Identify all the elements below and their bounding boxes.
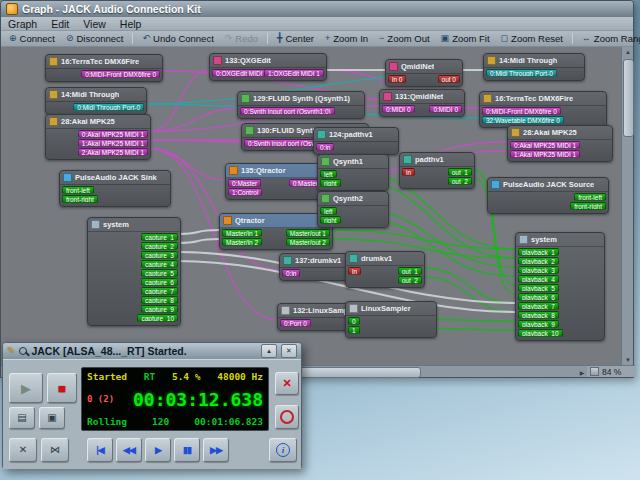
stop-button[interactable]: ■ [47,373,77,403]
vertical-scrollbar[interactable]: ▲ ▼ [621,47,633,365]
graph-port-0-midi-0[interactable]: 0:MIDI 0 [429,105,462,113]
graph-port-playback-10[interactable]: playback_10 [518,329,563,337]
graph-port-out-1[interactable]: out_1 [448,168,472,176]
graph-port-master-out-2[interactable]: Master/out 2 [286,238,330,246]
graph-node-133-qxgedit[interactable]: 133:QXGEdit0:QXGEdit MIDI 11:QXGEdit MID… [209,53,327,81]
power-button[interactable] [275,405,299,429]
graph-node-linuxsampler[interactable]: LinuxSampler01 [345,301,437,338]
graph-port-playback-9[interactable]: playback_9 [518,320,559,328]
graph-port-0-midi-front-dmx6fire-0[interactable]: 0:MIDI-Front DMX6fire 0 [81,70,160,78]
toolbar-button-zoom-in[interactable]: +Zoom In [320,32,373,46]
graph-port-playback-6[interactable]: playback_6 [518,293,559,301]
graph-port-master-out-1[interactable]: Master/out 1 [286,229,330,237]
transport-rewind-button[interactable]: ◀◀ [116,438,142,462]
shade-button[interactable]: ▴ [261,344,277,358]
toolbar-button-disconnect[interactable]: ⊘Disconnect [61,32,129,46]
menu-view[interactable]: View [76,18,113,30]
graph-port-1-qxgedit-midi-1[interactable]: 1:QXGEdit MIDI 1 [264,69,324,77]
graph-node-14-midi-through[interactable]: 14:Midi Through0:Midi Through Port-0 [45,87,147,115]
graph-port-1[interactable]: 1 [348,326,360,334]
toolbar-button-center[interactable]: ╋Center [272,32,319,46]
graph-node-pulseaudio-jack-source[interactable]: PulseAudio JACK Sourcefront-leftfront-ri… [487,177,609,214]
graph-node-qsynth1[interactable]: Qsynth1leftright [317,154,389,191]
graph-port-0-midi-through-port-0[interactable]: 0:Midi Through Port-0 [486,69,557,77]
jack-titlebar[interactable]: ✎ JACK [ALSA_48..._RT] Started. ▴ ✕ [3,343,301,359]
graph-port-playback-8[interactable]: playback_8 [518,311,559,319]
graph-port-0-synth-input-port-qsynth1-0-[interactable]: 0:Synth input port (Qsynth1:0) [240,107,335,115]
graph-port-capture-9[interactable]: capture_9 [141,305,178,313]
graph-port-0-master[interactable]: 0:Master [228,179,261,187]
graph-node-qtractor[interactable]: QtractorMaster/in 1Master/in 2Master/out… [219,213,333,250]
start-button[interactable]: ▶ [9,373,43,403]
scroll-down-arrow[interactable]: ▼ [623,355,633,365]
connection-wire[interactable] [151,108,241,131]
graph-port-front-left[interactable]: front-left [62,186,94,194]
graph-port-capture-3[interactable]: capture_3 [141,251,178,259]
vertical-scroll-thumb[interactable] [623,59,634,137]
toolbar-button-zoom-range[interactable]: ↔Zoom Range [577,32,640,46]
graph-port-capture-5[interactable]: capture_5 [141,269,178,277]
graph-node-drumkv1[interactable]: drumkv1inout_1out_2 [345,251,425,288]
graph-port-0-port-0[interactable]: 0:Port 0 [280,319,311,327]
graph-port-0-midi-0[interactable]: 0:MIDI 0 [382,105,415,113]
graph-port-left[interactable]: left [320,207,337,215]
menu-edit[interactable]: Edit [44,18,76,30]
transport-play-button[interactable]: ▶ [145,438,171,462]
toolbar-button-connect[interactable]: ⊕Connect [4,32,60,46]
graph-port-0-midi-front-dmx6fire-0[interactable]: 0:MIDI-Front DMX6fire 0 [482,107,561,115]
graph-port-0-akai-mpk25-midi-1[interactable]: 0:Akai MPK25 MIDI 1 [78,130,148,138]
menu-help[interactable]: Help [113,18,149,30]
toolbar-button-zoom-fit[interactable]: ▣Zoom Fit [436,32,495,46]
graph-node-16-terratec-dmx6fire[interactable]: 16:TerraTec DMX6Fire0:MIDI-Front DMX6fir… [479,91,607,128]
lcd-display[interactable]: Started RT 5.4 % 48000 Hz 0 (2) 00:03:12… [81,367,269,431]
toolbar-button-zoom-reset[interactable]: ◻Zoom Reset [496,32,568,46]
graph-button[interactable]: ⋈ [41,438,69,462]
connection-wire[interactable] [177,239,219,243]
graph-node-135-qtractor[interactable]: 135:Qtractor0:Master1:Control0:Master [225,163,325,200]
graph-canvas[interactable]: 16:TerraTec DMX6Fire0:MIDI-Front DMX6fir… [1,47,623,365]
graph-port-1-akai-mpk25-midi-1[interactable]: 1:Akai MPK25 MIDI 1 [78,139,148,147]
graph-port-2-akai-mpk25-midi-1[interactable]: 2:Akai MPK25 MIDI 1 [78,148,148,156]
graph-node-28-akai-mpk25[interactable]: 28:Akai MPK250:Akai MPK25 MIDI 11:Akai M… [507,125,613,162]
graph-node-system[interactable]: systemcapture_1capture_2capture_3capture… [87,217,181,326]
messages-button[interactable]: ▤ [9,407,35,429]
graph-port-in[interactable]: in [402,168,415,176]
graph-port-front-right[interactable]: front-right [62,195,98,203]
graph-port-in[interactable]: in [348,267,361,275]
toolbar-button-redo[interactable]: ↷Redo [220,32,263,46]
scroll-right-arrow[interactable]: ▶ [577,367,587,377]
graph-port-0-in[interactable]: 0:in [282,269,300,277]
graph-titlebar[interactable]: Graph - JACK Audio Connection Kit [1,1,633,17]
graph-node-131-qmidinet[interactable]: 131:QmidiNet0:MIDI 00:MIDI 0 [379,89,465,117]
graph-port-0[interactable]: 0 [348,317,360,325]
connection-wire[interactable] [423,268,515,303]
graph-port-0-akai-mpk25-midi-1[interactable]: 0:Akai MPK25 MIDI 1 [510,141,580,149]
graph-port-out-1[interactable]: out_1 [398,267,422,275]
graph-node-pulseaudio-jack-sink[interactable]: PulseAudio JACK Sinkfront-leftfront-righ… [59,170,171,207]
graph-port-out-2[interactable]: out_2 [398,276,422,284]
graph-port-1-akai-mpk25-midi-1[interactable]: 1:Akai MPK25 MIDI 1 [510,150,580,158]
close-button[interactable]: ✕ [281,344,297,358]
graph-port-0-midi-through-port-0[interactable]: 0:Midi Through Port-0 [73,103,144,111]
graph-node-124-padthv1[interactable]: 124:padthv10:in [313,127,399,155]
session-button[interactable]: ▣ [39,407,65,429]
about-button[interactable]: i [269,438,297,462]
graph-port-playback-1[interactable]: playback_1 [518,248,559,256]
graph-node-system[interactable]: systemplayback_1playback_2playback_3play… [515,232,605,341]
graph-port-capture-10[interactable]: capture_10 [137,314,178,322]
transport-forward-button[interactable]: ▶▶ [203,438,229,462]
graph-port-playback-7[interactable]: playback_7 [518,302,559,310]
graph-port-right[interactable]: right [320,179,341,187]
graph-port-master-in-2[interactable]: Master/in 2 [222,238,262,246]
graph-port-front-right[interactable]: front-right [570,202,606,210]
graph-port-out-2[interactable]: out_2 [448,177,472,185]
graph-port-in-0[interactable]: in 0 [388,75,406,83]
graph-node-padthv1[interactable]: padthv1inout_1out_2 [399,152,475,189]
graph-port-left[interactable]: left [320,170,337,178]
toolbar-button-undo-connect[interactable]: ↶Undo Connect [137,32,218,46]
graph-node-14-midi-through[interactable]: 14:Midi Through0:Midi Through Port-0 [483,53,585,81]
graph-port-32-wavetable-dmx6fire-0[interactable]: 32:Wavetable DMX6fire 0 [482,116,564,124]
graph-port-playback-5[interactable]: playback_5 [518,284,559,292]
graph-port-playback-4[interactable]: playback_4 [518,275,559,283]
graph-port-capture-4[interactable]: capture_4 [141,260,178,268]
